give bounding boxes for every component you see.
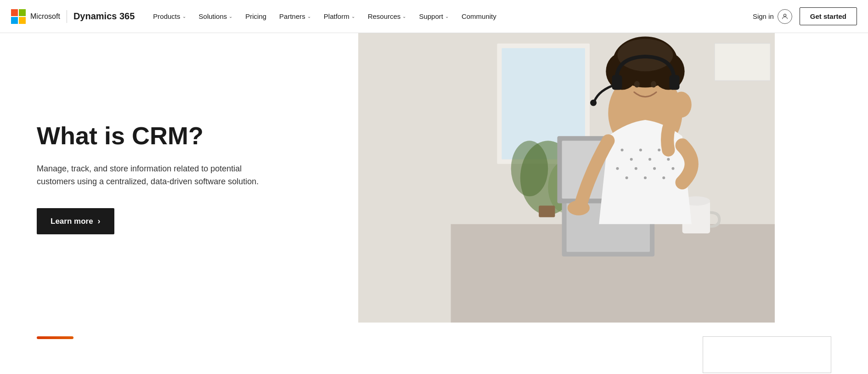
resources-chevron-icon: ⌄ bbox=[402, 14, 406, 19]
svg-point-30 bbox=[648, 158, 651, 161]
bottom-right-box bbox=[703, 336, 831, 373]
solutions-chevron-icon: ⌄ bbox=[229, 14, 232, 19]
svg-point-25 bbox=[634, 81, 640, 87]
svg-point-36 bbox=[644, 176, 647, 179]
platform-label: Platform bbox=[324, 12, 349, 20]
arrow-icon: › bbox=[98, 216, 101, 226]
sign-in-label: Sign in bbox=[753, 12, 774, 20]
nav-item-platform[interactable]: Platform ⌄ bbox=[318, 9, 361, 24]
svg-point-32 bbox=[667, 158, 670, 161]
svg-point-29 bbox=[639, 148, 642, 151]
svg-rect-23 bbox=[669, 75, 679, 90]
svg-point-31 bbox=[658, 148, 660, 151]
partners-chevron-icon: ⌄ bbox=[307, 14, 311, 19]
sign-in-link[interactable]: Sign in bbox=[753, 9, 792, 24]
get-started-button[interactable]: Get started bbox=[800, 7, 857, 25]
hero-section: What is CRM? Manage, track, and store in… bbox=[0, 33, 868, 323]
svg-rect-22 bbox=[612, 75, 622, 90]
navigation: Microsoft Dynamics 365 Products ⌄ Soluti… bbox=[0, 0, 868, 33]
learn-more-button[interactable]: Learn more › bbox=[37, 208, 114, 234]
support-label: Support bbox=[419, 12, 443, 20]
user-icon bbox=[778, 9, 792, 24]
nav-item-products[interactable]: Products ⌄ bbox=[147, 9, 191, 24]
dynamics-brand-link[interactable]: Dynamics 365 bbox=[73, 11, 135, 22]
svg-point-26 bbox=[651, 81, 656, 87]
svg-point-37 bbox=[653, 167, 656, 170]
svg-point-41 bbox=[568, 200, 590, 215]
svg-point-6 bbox=[511, 141, 548, 196]
svg-point-39 bbox=[671, 167, 674, 170]
microsoft-logo bbox=[11, 9, 26, 24]
support-chevron-icon: ⌄ bbox=[445, 14, 449, 19]
nav-item-solutions[interactable]: Solutions ⌄ bbox=[193, 9, 238, 24]
svg-point-24 bbox=[590, 100, 597, 106]
microsoft-label: Microsoft bbox=[30, 12, 60, 21]
nav-item-support[interactable]: Support ⌄ bbox=[413, 9, 454, 24]
community-label: Community bbox=[462, 12, 496, 20]
svg-point-38 bbox=[662, 176, 665, 179]
nav-links: Products ⌄ Solutions ⌄ Pricing Partners … bbox=[147, 9, 753, 24]
hero-content: What is CRM? Manage, track, and store in… bbox=[0, 33, 358, 323]
svg-point-0 bbox=[783, 14, 786, 16]
nav-item-partners[interactable]: Partners ⌄ bbox=[274, 9, 316, 24]
svg-point-27 bbox=[621, 148, 624, 151]
partners-label: Partners bbox=[279, 12, 305, 20]
hero-illustration bbox=[358, 33, 775, 323]
bottom-section bbox=[0, 323, 868, 374]
nav-item-community[interactable]: Community bbox=[456, 9, 502, 24]
learn-more-label: Learn more bbox=[51, 217, 93, 226]
hero-subtitle: Manage, track, and store information rel… bbox=[37, 163, 276, 188]
microsoft-logo-link[interactable]: Microsoft bbox=[11, 9, 60, 24]
hero-image bbox=[358, 33, 775, 323]
nav-right: Sign in Get started bbox=[753, 7, 857, 25]
svg-point-34 bbox=[626, 176, 628, 179]
pricing-label: Pricing bbox=[245, 12, 266, 20]
products-chevron-icon: ⌄ bbox=[182, 14, 186, 19]
solutions-label: Solutions bbox=[199, 12, 227, 20]
bottom-accent-line bbox=[37, 336, 73, 339]
svg-rect-42 bbox=[715, 44, 770, 81]
svg-point-28 bbox=[630, 158, 633, 161]
svg-point-33 bbox=[616, 167, 619, 170]
svg-point-35 bbox=[635, 167, 637, 170]
products-label: Products bbox=[153, 12, 180, 20]
svg-rect-8 bbox=[539, 205, 555, 217]
nav-item-resources[interactable]: Resources ⌄ bbox=[362, 9, 412, 24]
nav-divider bbox=[67, 10, 67, 23]
resources-label: Resources bbox=[368, 12, 401, 20]
nav-item-pricing[interactable]: Pricing bbox=[240, 9, 272, 24]
hero-title: What is CRM? bbox=[37, 121, 321, 150]
platform-chevron-icon: ⌄ bbox=[351, 14, 355, 19]
